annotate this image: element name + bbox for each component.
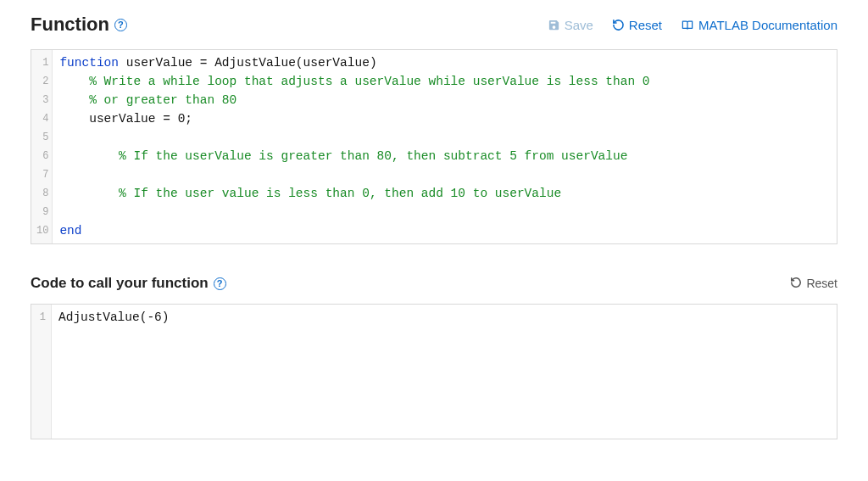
line-gutter: 1 xyxy=(31,305,52,439)
code-line[interactable]: end xyxy=(59,221,830,240)
caller-editor[interactable]: 1 AdjustValue(-6) xyxy=(31,304,837,439)
docs-button[interactable]: MATLAB Documentation xyxy=(681,18,837,32)
code-line[interactable]: % Write a while loop that adjusts a user… xyxy=(59,72,830,91)
reset-button[interactable]: Reset xyxy=(612,18,662,32)
code-line[interactable]: userValue = 0; xyxy=(59,109,830,128)
reset-icon xyxy=(612,19,625,31)
line-number: 10 xyxy=(36,221,48,240)
line-number: 2 xyxy=(36,72,48,91)
code-area[interactable]: function userValue = AdjustValue(userVal… xyxy=(53,50,837,243)
reset-icon xyxy=(790,277,802,291)
caller-reset-label: Reset xyxy=(806,277,837,290)
line-number: 7 xyxy=(36,165,48,184)
save-icon xyxy=(548,19,560,31)
line-number: 3 xyxy=(36,91,48,109)
section-title: Function xyxy=(31,14,109,36)
save-button[interactable]: Save xyxy=(548,18,593,32)
code-line[interactable]: % or greater than 80 xyxy=(59,91,830,109)
code-line[interactable]: AdjustValue(-6) xyxy=(58,308,830,327)
line-number: 8 xyxy=(36,184,48,203)
help-icon[interactable]: ? xyxy=(114,19,127,31)
toolbar: Save Reset MATLAB Documentation xyxy=(548,18,837,32)
line-gutter: 12345678910 xyxy=(31,50,53,243)
caller-title: Code to call your function xyxy=(31,275,209,292)
docs-label: MATLAB Documentation xyxy=(698,18,837,32)
code-line[interactable]: % If the userValue is greater than 80, t… xyxy=(59,147,830,165)
line-number: 9 xyxy=(36,203,48,221)
line-number: 6 xyxy=(36,147,48,165)
line-number: 5 xyxy=(36,128,48,147)
function-editor[interactable]: 12345678910 function userValue = AdjustV… xyxy=(31,49,837,244)
code-line[interactable]: function userValue = AdjustValue(userVal… xyxy=(59,53,830,72)
line-number: 1 xyxy=(36,53,48,72)
book-icon xyxy=(681,19,694,31)
function-header: Function ? Save Reset MATLAB Documentati… xyxy=(31,14,837,36)
reset-label: Reset xyxy=(629,18,662,32)
help-icon[interactable]: ? xyxy=(214,277,226,290)
line-number: 1 xyxy=(36,308,46,327)
caller-header: Code to call your function ? Reset xyxy=(31,275,837,292)
caller-reset-button[interactable]: Reset xyxy=(790,277,837,291)
code-line[interactable]: % If the user value is less than 0, then… xyxy=(59,184,830,203)
code-line[interactable] xyxy=(59,203,830,221)
title-group: Function ? xyxy=(31,14,127,36)
save-label: Save xyxy=(565,18,593,32)
line-number: 4 xyxy=(36,109,48,128)
code-line[interactable] xyxy=(59,128,830,147)
code-area[interactable]: AdjustValue(-6) xyxy=(52,305,837,439)
code-line[interactable] xyxy=(59,165,830,184)
caller-title-group: Code to call your function ? xyxy=(31,275,226,292)
